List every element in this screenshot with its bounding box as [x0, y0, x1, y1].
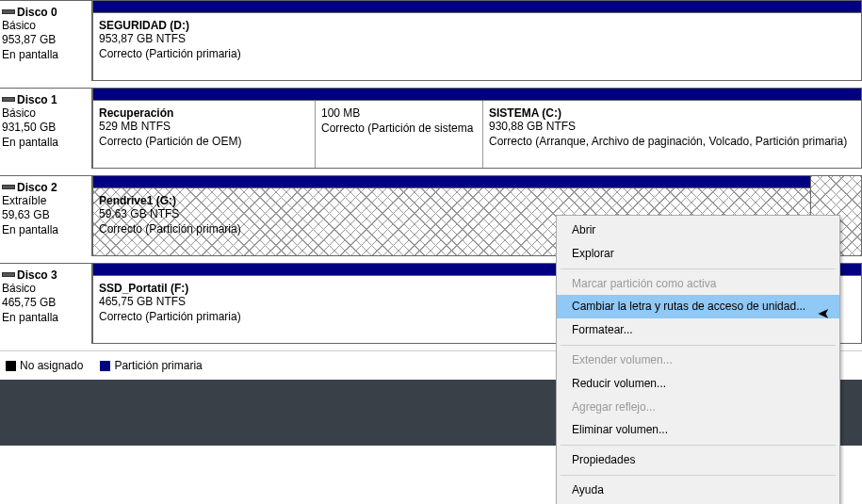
disk-info[interactable]: Disco 1 Básico 931,50 GB En pantalla — [0, 88, 92, 169]
menu-shrink-volume[interactable]: Reducir volumen... — [557, 372, 839, 396]
disk-size: 953,87 GB — [2, 33, 88, 48]
partition-header-bar — [92, 175, 811, 188]
partition-title: Recuperación — [99, 106, 309, 120]
disk-row-0: Disco 0 Básico 953,87 GB En pantalla SEG… — [0, 0, 862, 82]
disk-status: En pantalla — [2, 48, 88, 63]
disk-name: Disco 2 — [17, 181, 57, 194]
partition-status: Correcto (Partición de sistema — [321, 122, 477, 137]
partition-sistema-c[interactable]: SISTEMA (C:) 930,88 GB NTFS Correcto (Ar… — [483, 101, 861, 168]
disk-size: 465,75 GB — [2, 296, 88, 311]
menu-change-drive-letter[interactable]: Cambiar la letra y rutas de acceso de un… — [557, 295, 839, 318]
disk-type: Extraíble — [2, 194, 88, 209]
cursor-icon: ➤ — [818, 304, 830, 322]
legend-unallocated: No asignado — [6, 359, 83, 372]
partition-recuperacion[interactable]: Recuperación 529 MB NTFS Correcto (Parti… — [93, 101, 316, 168]
menu-open[interactable]: Abrir — [557, 219, 839, 242]
menu-separator — [561, 268, 836, 269]
partition-header-bar — [92, 88, 862, 101]
menu-format[interactable]: Formatear... — [557, 318, 839, 342]
menu-explore[interactable]: Explorar — [557, 242, 839, 266]
partition-capacity: 100 MB — [321, 106, 477, 122]
disk-row-1: Disco 1 Básico 931,50 GB En pantalla Rec… — [0, 88, 862, 170]
disk-status: En pantalla — [2, 223, 88, 238]
menu-separator — [561, 475, 836, 476]
legend-swatch-navy — [100, 361, 110, 371]
disk-type: Básico — [2, 106, 88, 122]
legend-swatch-black — [6, 361, 16, 371]
disk-info[interactable]: Disco 2 Extraíble 59,63 GB En pantalla — [0, 175, 92, 256]
partition-title: SISTEMA (C:) — [489, 106, 855, 120]
disk-type: Básico — [2, 282, 88, 297]
context-menu: Abrir Explorar Marcar partición como act… — [556, 215, 840, 504]
partition-capacity: 930,88 GB NTFS — [489, 120, 855, 135]
partition-system-reserved[interactable]: 100 MB Correcto (Partición de sistema — [316, 101, 483, 168]
menu-separator — [561, 345, 836, 346]
menu-properties[interactable]: Propiedades — [557, 448, 839, 472]
disk-size: 931,50 GB — [2, 121, 88, 136]
menu-mark-active: Marcar partición como activa — [557, 272, 839, 296]
menu-separator — [561, 445, 836, 446]
partition-seguridad-d[interactable]: SEGURIDAD (D:) 953,87 GB NTFS Correcto (… — [93, 13, 861, 80]
disk-icon — [2, 185, 15, 189]
disk-icon — [2, 97, 15, 102]
disk-info[interactable]: Disco 0 Básico 953,87 GB En pantalla — [0, 0, 92, 81]
disk-name: Disco 0 — [17, 6, 57, 19]
partition-status: Correcto (Partición primaria) — [99, 47, 855, 62]
legend-primary: Partición primaria — [100, 359, 202, 372]
disk-partitions: Recuperación 529 MB NTFS Correcto (Parti… — [92, 88, 862, 169]
menu-add-mirror: Agregar reflejo... — [557, 396, 839, 419]
partition-capacity: 529 MB NTFS — [99, 120, 309, 135]
disk-partitions: SEGURIDAD (D:) 953,87 GB NTFS Correcto (… — [92, 0, 862, 81]
partition-status: Correcto (Partición de OEM) — [99, 135, 309, 150]
disk-icon — [2, 272, 15, 277]
partition-header-bar — [92, 0, 862, 13]
menu-help[interactable]: Ayuda — [557, 479, 839, 502]
partition-capacity: 953,87 GB NTFS — [99, 32, 855, 47]
disk-size: 59,63 GB — [2, 208, 88, 223]
disk-info[interactable]: Disco 3 Básico 465,75 GB En pantalla — [0, 263, 92, 344]
disk-type: Básico — [2, 19, 88, 34]
disk-name: Disco 1 — [17, 93, 57, 106]
menu-delete-volume[interactable]: Eliminar volumen... — [557, 418, 839, 442]
disk-name: Disco 3 — [17, 268, 57, 282]
legend-label: No asignado — [20, 359, 83, 372]
partition-title: Pendrive1 (G:) — [99, 194, 805, 207]
partition-status: Correcto (Arranque, Archivo de paginació… — [489, 135, 855, 150]
disk-status: En pantalla — [2, 311, 88, 326]
legend-label: Partición primaria — [114, 359, 202, 372]
disk-status: En pantalla — [2, 136, 88, 151]
disk-icon — [2, 9, 15, 14]
menu-extend-volume: Extender volumen... — [557, 349, 839, 372]
partition-title: SEGURIDAD (D:) — [99, 19, 855, 32]
